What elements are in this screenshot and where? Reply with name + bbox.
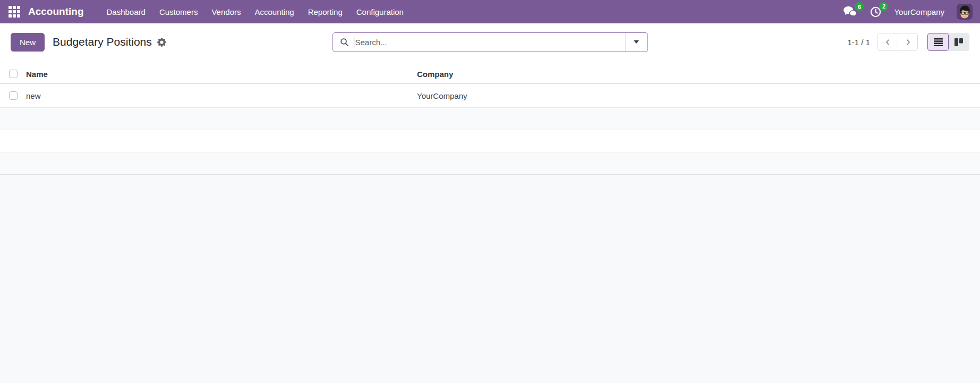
messages-button[interactable]: 6 <box>843 6 857 18</box>
nav-dashboard[interactable]: Dashboard <box>100 4 152 20</box>
header-checkbox-cell <box>0 70 26 78</box>
empty-row-stripe <box>0 108 980 130</box>
list-view-button[interactable] <box>927 33 949 51</box>
nav-customers[interactable]: Customers <box>152 4 205 20</box>
topbar-right: 6 2 YourCompany <box>843 4 973 20</box>
search-icon <box>340 38 349 47</box>
nav-accounting[interactable]: Accounting <box>248 4 301 20</box>
list-view-icon <box>934 38 943 46</box>
activities-button[interactable]: 2 <box>870 6 882 18</box>
top-navbar: Accounting Dashboard Customers Vendors A… <box>0 0 980 23</box>
table-header-row: Name Company <box>0 64 980 84</box>
activities-badge: 2 <box>879 2 888 11</box>
new-button[interactable]: New <box>11 33 45 52</box>
row-checkbox[interactable] <box>9 91 18 100</box>
nav-reporting[interactable]: Reporting <box>301 4 350 20</box>
control-panel-left: New Budgetary Positions <box>11 33 333 52</box>
column-header-name[interactable]: Name <box>26 70 417 79</box>
caret-down-icon <box>634 40 639 44</box>
control-panel-right: 1-1 / 1 <box>648 33 970 51</box>
empty-row-stripe <box>0 152 980 175</box>
row-name: new <box>26 91 417 100</box>
nav-configuration[interactable]: Configuration <box>350 4 411 20</box>
kanban-view-button[interactable] <box>948 33 969 51</box>
control-panel: New Budgetary Positions <box>0 23 980 61</box>
row-checkbox-cell <box>0 91 26 100</box>
company-switcher[interactable]: YourCompany <box>894 7 944 16</box>
row-company: YourCompany <box>417 91 980 100</box>
pager-info: 1-1 / 1 <box>847 38 870 47</box>
chevron-left-icon <box>884 39 891 46</box>
messages-badge: 6 <box>855 2 864 11</box>
avatar-image <box>957 4 973 20</box>
search-bar[interactable] <box>333 32 648 52</box>
control-panel-center <box>333 32 648 52</box>
content-area: New Budgetary Positions <box>0 23 980 175</box>
select-all-checkbox[interactable] <box>9 70 18 78</box>
pager-previous-button[interactable] <box>877 33 898 51</box>
odoo-accounting-screen: Accounting Dashboard Customers Vendors A… <box>0 0 980 383</box>
app-brand[interactable]: Accounting <box>28 6 84 18</box>
apps-menu-icon[interactable] <box>7 5 21 19</box>
chevron-right-icon <box>905 39 911 46</box>
table-row[interactable]: new YourCompany <box>0 84 980 108</box>
search-input[interactable] <box>354 38 625 47</box>
view-switcher <box>927 33 969 51</box>
nav-vendors[interactable]: Vendors <box>204 4 248 20</box>
search-dropdown-toggle[interactable] <box>625 33 647 52</box>
column-header-company[interactable]: Company <box>417 70 980 79</box>
pager-next-button[interactable] <box>898 33 918 51</box>
settings-gear-icon[interactable] <box>157 38 166 47</box>
kanban-view-icon <box>955 38 963 46</box>
empty-row-stripe <box>0 130 980 152</box>
page-title: Budgetary Positions <box>53 36 152 48</box>
budgetary-positions-list: Name Company new YourCompany <box>0 64 980 175</box>
main-nav: Dashboard Customers Vendors Accounting R… <box>100 4 411 20</box>
user-avatar[interactable] <box>957 4 973 20</box>
pager-buttons <box>877 33 918 51</box>
